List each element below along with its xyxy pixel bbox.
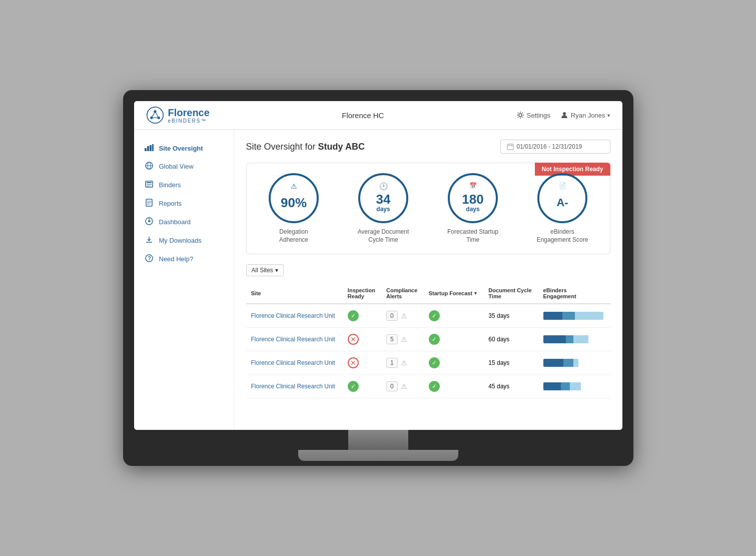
sidebar-item-my-downloads[interactable]: My Downloads — [134, 231, 234, 250]
engagement-bar — [543, 359, 603, 367]
reports-svg-icon — [145, 199, 153, 207]
sidebar-label-my-downloads: My Downloads — [159, 237, 202, 244]
bar-dark — [543, 382, 561, 390]
app-body: Site Oversight Global View — [134, 130, 622, 430]
sidebar-item-binders[interactable]: Binders — [134, 176, 234, 194]
metric-label-engagement: eBinders Engagement Score — [535, 228, 590, 244]
dashboard-svg-icon — [145, 217, 153, 225]
bar-light — [575, 312, 603, 320]
sidebar-item-need-help[interactable]: ? Need Help? — [134, 250, 234, 268]
svg-point-8 — [563, 112, 566, 115]
metric-circle-doc-cycle: 🕐 34 days — [358, 173, 408, 223]
table-header-row: Site InspectionReady ComplianceAlerts St… — [246, 283, 610, 304]
gear-icon — [516, 111, 524, 119]
filter-row: All Sites ▾ — [246, 264, 610, 276]
sort-icon: ▾ — [474, 291, 477, 296]
chevron-down-icon: ▾ — [607, 113, 610, 118]
inspection-ready-check: ✓ — [348, 310, 359, 321]
filter-chevron-icon: ▾ — [275, 267, 278, 274]
metric-card-doc-cycle: 🕐 34 days Average Document Cycle Time — [356, 173, 411, 244]
sidebar-item-reports[interactable]: Reports — [134, 194, 234, 213]
all-sites-filter-button[interactable]: All Sites ▾ — [246, 264, 284, 276]
header-right: Settings Ryan Jones ▾ — [516, 111, 610, 119]
sidebar-label-need-help: Need Help? — [159, 255, 194, 263]
inspection-ready-check: ✓ — [348, 381, 359, 392]
bar-mid — [561, 382, 570, 390]
compliance-cell: 1 ⚠ — [386, 358, 419, 368]
user-menu-button[interactable]: Ryan Jones ▾ — [560, 111, 610, 119]
site-link[interactable]: Florence Clinical Research Unit — [251, 383, 335, 390]
settings-label: Settings — [527, 112, 550, 119]
startup-forecast-check: ✓ — [429, 334, 440, 345]
sidebar: Site Oversight Global View — [134, 130, 234, 430]
monitor-stand — [134, 430, 622, 466]
site-link[interactable]: Florence Clinical Research Unit — [251, 312, 335, 319]
clock-icon: 🕐 — [379, 182, 388, 190]
bar-light — [573, 335, 588, 343]
sidebar-item-site-oversight[interactable]: Site Oversight — [134, 140, 234, 157]
sidebar-label-reports: Reports — [159, 200, 182, 207]
metric-label-delegation: Delegation Adherence — [266, 228, 321, 244]
engagement-bar — [543, 382, 603, 390]
page-title-prefix: Site Oversight for — [246, 142, 318, 152]
svg-point-0 — [147, 107, 163, 123]
bar-mid — [563, 359, 573, 367]
svg-rect-12 — [152, 144, 154, 151]
stand-neck — [348, 430, 408, 450]
startup-forecast-check: ✓ — [429, 357, 440, 368]
metric-card-engagement: 📄 A- eBinders Engagement Score — [535, 173, 590, 244]
metric-value-delegation: 90% — [281, 196, 307, 209]
svg-rect-9 — [145, 148, 147, 151]
doc-cycle-value: 60 days — [483, 328, 538, 351]
calendar2-icon: 📅 — [469, 182, 477, 189]
metric-circle-startup: 📅 180 days — [448, 173, 498, 223]
date-range-picker[interactable]: 01/01/2016 - 12/31/2019 — [500, 140, 610, 154]
compliance-count: 5 — [386, 334, 398, 344]
bar-dark — [543, 335, 566, 343]
filter-label: All Sites — [252, 267, 273, 274]
svg-line-4 — [151, 112, 155, 118]
col-header-doc-cycle: Document CycleTime — [483, 283, 538, 304]
sidebar-item-global-view[interactable]: Global View — [134, 157, 234, 176]
metric-value-doc-cycle: 34 — [376, 193, 391, 206]
user-label: Ryan Jones — [571, 112, 605, 119]
startup-forecast-check: ✓ — [429, 381, 440, 392]
settings-button[interactable]: Settings — [516, 111, 550, 119]
document-icon: 📄 — [559, 182, 566, 189]
sidebar-label-dashboard: Dashboard — [159, 218, 191, 226]
logo-ebinders-label: eBINDERS™ — [168, 118, 210, 124]
compliance-warning-icon: ⚠ — [401, 335, 407, 343]
svg-rect-19 — [147, 186, 150, 186]
site-link[interactable]: Florence Clinical Research Unit — [251, 336, 335, 343]
doc-cycle-value: 45 days — [483, 375, 538, 398]
metric-circle-delegation: ⚠ 90% — [269, 173, 319, 223]
dashboard-icon — [144, 217, 154, 227]
table-row: Florence Clinical Research Unit✓ 0 ⚠ ✓45… — [246, 375, 610, 398]
sidebar-label-site-oversight: Site Oversight — [159, 145, 203, 152]
bar-mid — [566, 335, 573, 343]
chart-icon — [144, 144, 154, 153]
col-header-startup-forecast[interactable]: Startup Forecast ▾ — [424, 283, 484, 304]
svg-rect-18 — [147, 184, 152, 185]
site-link[interactable]: Florence Clinical Research Unit — [251, 359, 335, 366]
globe-icon — [144, 162, 154, 171]
main-content: Site Oversight for Study ABC 01/01/2016 … — [234, 130, 622, 430]
page-title: Site Oversight for Study ABC — [246, 142, 365, 152]
startup-forecast-label: Startup Forecast — [429, 290, 472, 296]
calendar-icon — [507, 143, 514, 150]
metric-unit-startup: days — [466, 206, 479, 213]
svg-rect-17 — [147, 182, 152, 183]
table-row: Florence Clinical Research Unit✕ 5 ⚠ ✓60… — [246, 328, 610, 351]
sidebar-item-dashboard[interactable]: Dashboard — [134, 213, 234, 231]
binders-icon — [144, 180, 154, 190]
table-row: Florence Clinical Research Unit✓ 0 ⚠ ✓35… — [246, 304, 610, 328]
compliance-count: 1 — [386, 358, 398, 368]
col-header-ebinders-engagement: eBindersEngagement — [538, 283, 610, 304]
app-header: Florence eBINDERS™ Florence HC Settings — [134, 101, 622, 130]
help-svg-icon: ? — [145, 254, 153, 262]
compliance-warning-icon: ⚠ — [401, 312, 407, 320]
metric-value-startup: 180 — [462, 193, 483, 206]
bar-light — [573, 359, 578, 367]
date-range-value: 01/01/2016 - 12/31/2019 — [517, 143, 582, 150]
stand-base — [298, 450, 458, 461]
